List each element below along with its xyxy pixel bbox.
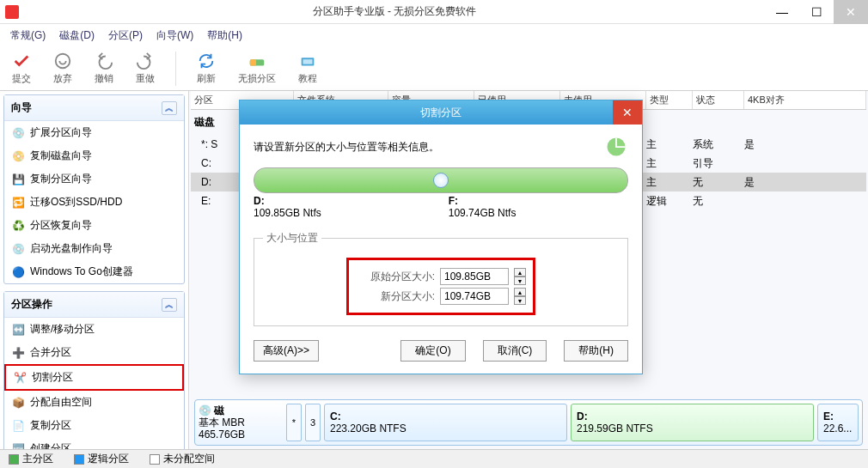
dialog-title: 切割分区 (420, 106, 462, 120)
cancel-button[interactable]: 取消(C) (483, 340, 547, 362)
new-size-label: 新分区大小: (381, 289, 435, 304)
orig-size-up[interactable]: ▲ (514, 268, 526, 277)
advanced-button[interactable]: 高级(A)>> (254, 340, 319, 362)
partition-icon (604, 135, 628, 159)
size-slider[interactable] (254, 167, 628, 193)
fieldset-legend: 大小与位置 (263, 231, 321, 246)
slider-handle[interactable] (433, 173, 449, 188)
size-inputs-highlight: 原始分区大小: ▲▼ 新分区大小: ▲▼ (346, 258, 535, 315)
orig-size-label: 原始分区大小: (370, 270, 435, 284)
new-size-up[interactable]: ▲ (514, 288, 526, 296)
new-size-input[interactable] (440, 288, 509, 305)
dialog-titlebar[interactable]: 切割分区 ✕ (240, 100, 642, 125)
orig-size-input[interactable] (440, 268, 509, 285)
dialog-description: 请设置新分区的大小与位置等相关信息。 (254, 140, 439, 155)
slider-left-label: D:109.85GB Ntfs (254, 195, 433, 219)
new-size-down[interactable]: ▼ (514, 296, 526, 305)
dialog-close-button[interactable]: ✕ (613, 100, 642, 125)
orig-size-down[interactable]: ▼ (514, 277, 526, 285)
ok-button[interactable]: 确定(O) (400, 340, 465, 362)
size-fieldset: 大小与位置 原始分区大小: ▲▼ 新分区大小: ▲▼ (254, 231, 628, 326)
slider-right-label: F:109.74GB Ntfs (449, 195, 628, 219)
split-partition-dialog: 切割分区 ✕ 请设置新分区的大小与位置等相关信息。 D:109.85GB Ntf… (239, 100, 643, 374)
help-button[interactable]: 帮助(H) (564, 340, 628, 362)
